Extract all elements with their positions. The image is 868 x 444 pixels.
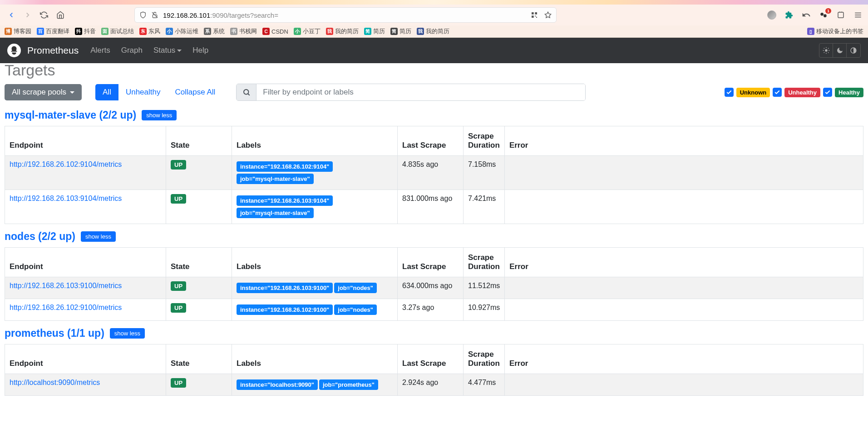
forward-button[interactable] xyxy=(22,9,34,21)
toolbar-right: 1 xyxy=(767,10,863,20)
bookmark-item[interactable]: 东东风 xyxy=(139,27,160,35)
browser-gradient-strip xyxy=(0,0,868,5)
svg-line-25 xyxy=(248,94,249,95)
svg-point-8 xyxy=(820,13,824,16)
filter-all-button[interactable]: All xyxy=(95,84,118,100)
bookmark-item[interactable]: 系系统 xyxy=(204,27,225,35)
label-tag: instance="192.168.26.103:9104" xyxy=(237,195,333,206)
undo-arrow-icon[interactable] xyxy=(802,10,811,20)
bookmark-item[interactable]: 简简历 xyxy=(364,27,385,35)
table-row: http://localhost:9090/metricsUPinstance=… xyxy=(5,374,863,396)
theme-dark-button[interactable] xyxy=(833,44,847,57)
endpoint-link[interactable]: http://192.168.26.103:9104/metrics xyxy=(10,195,122,202)
qr-icon[interactable] xyxy=(531,11,538,19)
bookmark-favicon: 抖 xyxy=(75,28,82,35)
label-tag: instance="192.168.26.103:9100" xyxy=(237,283,333,293)
nav-status[interactable]: Status xyxy=(153,46,182,55)
last-scrape-cell: 634.000ms ago xyxy=(398,277,464,299)
pool-title-link[interactable]: mysql-mater-slave (2/2 up) xyxy=(5,109,136,121)
search-input[interactable] xyxy=(256,84,585,100)
table-row: http://192.168.26.102:9100/metricsUPinst… xyxy=(5,299,863,321)
profile-icon[interactable] xyxy=(767,10,776,20)
pool-title-link[interactable]: nodes (2/2 up) xyxy=(5,230,75,243)
prometheus-logo-icon[interactable] xyxy=(7,44,21,57)
show-less-button[interactable]: show less xyxy=(81,231,116,242)
healthy-checkbox[interactable] xyxy=(823,88,832,97)
bug-icon[interactable]: 1 xyxy=(819,10,828,20)
search-icon xyxy=(237,84,256,100)
endpoint-link[interactable]: http://192.168.26.102:9104/metrics xyxy=(10,160,122,168)
show-less-button[interactable]: show less xyxy=(110,328,145,339)
bookmark-item[interactable]: 百百度翻译 xyxy=(37,27,69,35)
label-tag: job="mysql-mater-slave" xyxy=(237,174,314,184)
lock-slash-icon xyxy=(151,11,158,19)
unknown-checkbox[interactable] xyxy=(725,88,734,97)
svg-line-19 xyxy=(824,48,824,49)
bookmark-favicon: 系 xyxy=(204,28,211,35)
show-less-button[interactable]: show less xyxy=(142,110,177,120)
prometheus-brand[interactable]: Prometheus xyxy=(27,45,79,56)
bookmark-item[interactable]: 抖抖音 xyxy=(75,27,96,35)
label-tag: instance="192.168.26.102:9100" xyxy=(237,304,333,315)
filter-button-group: All Unhealthy Collapse All xyxy=(95,84,222,100)
chevron-down-icon xyxy=(177,50,182,52)
bookmark-favicon: 简 xyxy=(390,28,398,35)
bookmark-favicon: 百 xyxy=(37,28,44,35)
reload-button[interactable] xyxy=(38,9,50,21)
nav-help[interactable]: Help xyxy=(192,46,208,55)
bookmark-item[interactable]: 博博客园 xyxy=(5,27,31,35)
endpoint-link[interactable]: http://localhost:9090/metrics xyxy=(10,379,100,386)
endpoint-link[interactable]: http://192.168.26.103:9100/metrics xyxy=(10,282,122,289)
collapse-all-button[interactable]: Collapse All xyxy=(168,84,222,100)
table-header: State xyxy=(166,344,232,374)
bookmark-item[interactable]: 面面试总结 xyxy=(101,27,134,35)
notification-badge: 1 xyxy=(825,8,831,14)
bookmark-item[interactable]: 我我的简历 xyxy=(417,27,449,35)
svg-line-22 xyxy=(828,48,829,49)
extension-icon[interactable] xyxy=(836,10,845,20)
star-icon[interactable] xyxy=(544,11,552,19)
bookmark-item[interactable]: 书书栈网 xyxy=(230,27,257,35)
duration-cell: 7.421ms xyxy=(464,190,505,224)
puzzle-icon[interactable] xyxy=(784,10,794,20)
bookmark-favicon: C xyxy=(262,28,270,35)
controls-row: All scrape pools All Unhealthy Collapse … xyxy=(5,84,863,101)
pool-header: mysql-mater-slave (2/2 up)show less xyxy=(5,109,863,121)
last-scrape-cell: 2.924s ago xyxy=(398,374,464,396)
error-cell xyxy=(504,374,863,396)
table-header: Last Scrape xyxy=(398,126,464,156)
theme-light-button[interactable] xyxy=(819,44,833,57)
bookmark-favicon: 我 xyxy=(417,28,424,35)
bookmarks-bar: 博博客园百百度翻译抖抖音面面试总结东东风小小陈运维系系统书书栈网CCSDN小小豆… xyxy=(0,25,868,38)
bookmark-item[interactable]: 简简历 xyxy=(390,27,411,35)
endpoint-link[interactable]: http://192.168.26.102:9100/metrics xyxy=(10,304,122,311)
table-row: http://192.168.26.103:9100/metricsUPinst… xyxy=(5,277,863,299)
table-header: Endpoint xyxy=(5,126,166,156)
filter-unhealthy-button[interactable]: Unhealthy xyxy=(118,84,168,100)
unhealthy-checkbox[interactable] xyxy=(773,88,782,97)
bookmark-item[interactable]: 小小豆丁 xyxy=(294,27,321,35)
last-scrape-cell: 4.835s ago xyxy=(398,156,464,190)
home-button[interactable] xyxy=(54,9,66,21)
back-button[interactable] xyxy=(5,9,17,21)
url-text: 192.168.26.101:9090/targets?search= xyxy=(163,11,278,19)
pool-title-link[interactable]: prometheus (1/1 up) xyxy=(5,327,104,339)
mobile-bookmarks[interactable]: ▯ 移动设备上的书签 xyxy=(807,27,863,35)
bookmark-item[interactable]: CCSDN xyxy=(262,27,288,35)
bookmark-item[interactable]: 我我的简历 xyxy=(326,27,359,35)
table-header: Last Scrape xyxy=(398,344,464,374)
theme-contrast-button[interactable] xyxy=(847,44,860,57)
scrape-pools-dropdown[interactable]: All scrape pools xyxy=(5,84,82,100)
unhealthy-badge: Unhealthy xyxy=(784,88,820,97)
pool-header: nodes (2/2 up)show less xyxy=(5,230,863,243)
hamburger-menu-icon[interactable] xyxy=(853,10,863,20)
svg-line-21 xyxy=(824,52,824,53)
bookmark-favicon: 书 xyxy=(230,28,237,35)
nav-graph[interactable]: Graph xyxy=(121,46,143,55)
url-bar[interactable]: 192.168.26.101:9090/targets?search= xyxy=(134,7,557,23)
duration-cell: 7.158ms xyxy=(464,156,505,190)
table-row: http://192.168.26.103:9104/metricsUPinst… xyxy=(5,190,863,224)
bookmark-item[interactable]: 小小陈运维 xyxy=(166,27,198,35)
nav-alerts[interactable]: Alerts xyxy=(90,46,110,55)
state-badge: UP xyxy=(171,281,186,291)
